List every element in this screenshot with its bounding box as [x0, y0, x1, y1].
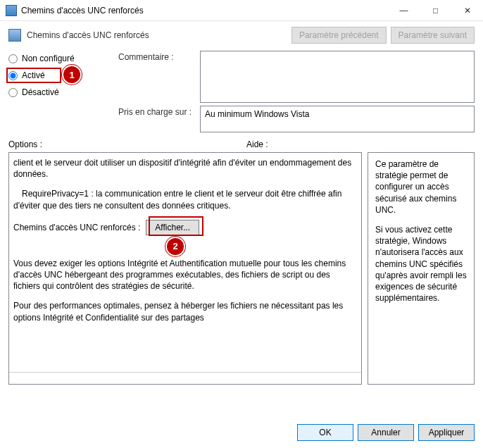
options-text-1: client et le serveur doit utiliser un di… — [13, 157, 357, 180]
options-pane: client et le serveur doit utiliser un di… — [8, 152, 362, 385]
ok-button[interactable]: OK — [297, 424, 353, 441]
options-hscroll[interactable] — [9, 372, 361, 384]
dialog-footer: OK Annuler Appliquer — [297, 424, 475, 441]
policy-title: Chemins d'accès UNC renforcés — [27, 30, 287, 40]
show-button[interactable]: Afficher... — [146, 220, 199, 235]
comment-label: Commentaire : — [118, 51, 196, 62]
panes: client et le serveur doit utiliser un di… — [0, 152, 483, 385]
window-title: Chemins d'accès UNC renforcés — [21, 6, 388, 15]
previous-setting-button[interactable]: Paramètre précédent — [291, 27, 387, 44]
show-label: Chemins d'accès UNC renforcés : — [13, 222, 140, 233]
policy-icon — [8, 29, 21, 42]
next-setting-button[interactable]: Paramètre suivant — [391, 27, 475, 44]
options-label: Options : — [8, 139, 246, 149]
help-text-2: Si vous activez cette stratégie, Windows… — [375, 224, 467, 304]
supported-on-text: Au minimum Windows Vista — [205, 109, 310, 119]
help-label: Aide : — [246, 139, 475, 149]
radio-not-configured-input[interactable] — [8, 54, 18, 63]
cancel-button[interactable]: Annuler — [358, 424, 414, 441]
minimize-button[interactable]: ― — [388, 0, 420, 20]
close-button[interactable]: ✕ — [451, 0, 483, 20]
radio-not-configured[interactable]: Non configuré — [8, 54, 114, 63]
header-row: Chemins d'accès UNC renforcés Paramètre … — [0, 21, 483, 46]
config-grid: Non configuré Activé Désactivé 1 Comment… — [0, 46, 483, 138]
options-text-3: Vous devez exiger les options Intégrité … — [13, 258, 357, 292]
title-bar: Chemins d'accès UNC renforcés ― □ ✕ — [0, 0, 483, 21]
help-pane: Ce paramètre de stratégie permet de conf… — [368, 152, 475, 385]
supported-on-box: Au minimum Windows Vista — [200, 106, 475, 132]
annotation-badge-1: 1 — [63, 66, 80, 83]
apply-button[interactable]: Appliquer — [418, 424, 475, 441]
app-icon — [6, 5, 17, 16]
annotation-badge-2: 2 — [167, 238, 184, 255]
radio-not-configured-label: Non configuré — [22, 54, 75, 63]
options-text-4: Pour des performances optimales, pensez … — [13, 300, 357, 323]
radio-enabled-label: Activé — [22, 70, 45, 80]
radio-disabled-input[interactable] — [8, 88, 18, 97]
comment-textarea[interactable] — [200, 51, 475, 103]
radio-disabled-label: Désactivé — [22, 87, 59, 97]
radio-enabled[interactable]: Activé — [8, 70, 114, 80]
show-row: Chemins d'accès UNC renforcés : Afficher… — [13, 220, 357, 235]
radio-enabled-input[interactable] — [8, 71, 18, 80]
options-text-2: RequirePrivacy=1 : la communication entr… — [13, 188, 357, 211]
help-text-1: Ce paramètre de stratégie permet de conf… — [375, 158, 467, 216]
options-scroll[interactable]: client et le serveur doit utiliser un di… — [9, 153, 361, 372]
supported-label: Pris en charge sur : — [118, 106, 196, 117]
state-radio-group: Non configuré Activé Désactivé 1 — [8, 51, 114, 97]
maximize-button[interactable]: □ — [420, 0, 451, 20]
section-labels: Options : Aide : — [0, 138, 483, 152]
radio-disabled[interactable]: Désactivé — [8, 87, 114, 97]
